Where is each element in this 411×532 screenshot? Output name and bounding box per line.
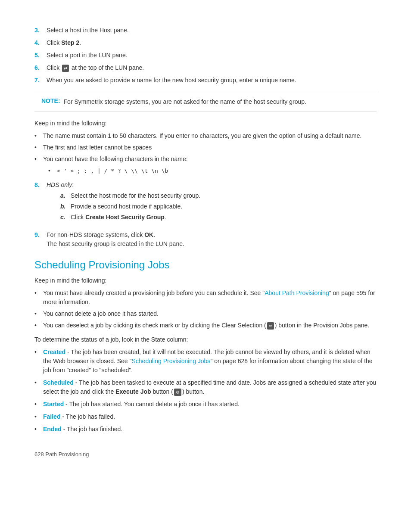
- note-box: NOTE: For Symmetrix storage systems, you…: [34, 92, 377, 112]
- status-created-term: Created: [43, 348, 65, 355]
- section-bullet-2: • You cannot delete a job once it has st…: [34, 309, 377, 318]
- sub-step-c: c. Click Create Host Security Group.: [60, 213, 377, 222]
- status-scheduled: • Scheduled - The job has been tasked to…: [34, 378, 377, 396]
- section-heading: Scheduling Provisioning Jobs: [34, 259, 377, 271]
- status-created: • Created - The job has been created, bu…: [34, 348, 377, 375]
- page-footer: 628 Path Provisioning: [34, 451, 377, 457]
- state-intro: To determine the status of a job, look i…: [34, 335, 377, 344]
- sub-step-b: b. Provide a second host mode if applica…: [60, 202, 377, 211]
- note-label: NOTE:: [41, 97, 60, 104]
- step9-container: 9. For non-HDS storage systems, click OK…: [34, 230, 377, 249]
- name-rule-2: • The first and last letter cannot be sp…: [34, 143, 377, 152]
- execute-job-icon: ⚙: [174, 389, 181, 396]
- sub-step-a: a. Select the host mode for the host sec…: [60, 191, 377, 200]
- clear-selection-icon: ✏: [267, 322, 274, 330]
- name-rule-1: • The name must contain 1 to 50 characte…: [34, 131, 377, 140]
- status-ended: • Ended - The job has finished.: [34, 425, 377, 434]
- status-ended-term: Ended: [43, 426, 62, 432]
- status-started: • Started - The job has started. You can…: [34, 400, 377, 409]
- section-bullets-list: • You must have already created a provis…: [34, 289, 377, 330]
- hds-only-label: HDS only: [47, 181, 72, 188]
- step-3: 3. Select a host in the Host pane.: [34, 26, 377, 35]
- step-5: 5. Select a port in the LUN pane.: [34, 51, 377, 60]
- step-7: 7. When you are asked to provide a name …: [34, 76, 377, 85]
- step-6: 6. Click ⇄ at the top of the LUN pane.: [34, 63, 377, 72]
- section-bullet-1: • You must have already created a provis…: [34, 289, 377, 307]
- name-rule-chars: • < ' > ; : , | / * ? \ \\ \t \n \b: [48, 166, 377, 175]
- keep-in-mind-label: Keep in mind the following:: [34, 119, 377, 128]
- status-failed: • Failed - The job has failed.: [34, 412, 377, 421]
- section-bullet-3: • You can deselect a job by clicking its…: [34, 321, 377, 330]
- name-rule-3: • You cannot have the following characte…: [34, 155, 377, 164]
- section-keep-in-mind: Keep in mind the following:: [34, 276, 377, 285]
- about-path-link[interactable]: About Path Provisioning: [265, 289, 329, 296]
- sub-steps-list: a. Select the host mode for the host sec…: [60, 191, 377, 222]
- step8-container: 8. HDS only: a. Select the host mode for…: [34, 180, 377, 224]
- name-rules-list: • The name must contain 1 to 50 characte…: [34, 131, 377, 175]
- lun-icon: ⇄: [62, 65, 69, 72]
- status-failed-term: Failed: [43, 413, 60, 420]
- status-scheduled-term: Scheduled: [43, 379, 74, 386]
- steps-list: 3. Select a host in the Host pane. 4. Cl…: [34, 26, 377, 85]
- status-list: • Created - The job has been created, bu…: [34, 348, 377, 434]
- step-8: 8. HDS only: a. Select the host mode for…: [34, 180, 377, 224]
- note-text: For Symmetrix storage systems, you are n…: [64, 97, 306, 106]
- step-9: 9. For non-HDS storage systems, click OK…: [34, 230, 377, 249]
- status-started-term: Started: [43, 401, 64, 408]
- scheduling-prov-jobs-link[interactable]: Scheduling Provisioning Jobs: [131, 358, 210, 364]
- step-4: 4. Click Step 2.: [34, 38, 377, 47]
